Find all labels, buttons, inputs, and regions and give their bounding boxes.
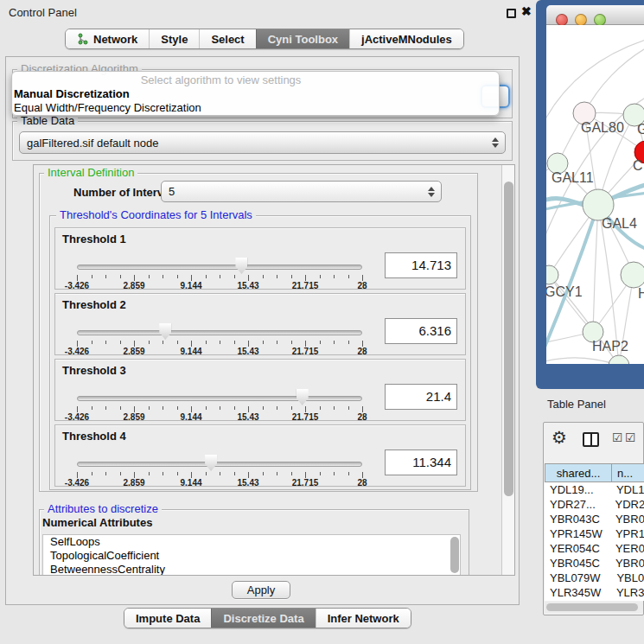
slider-thumb[interactable] — [205, 455, 217, 471]
cell-shared-name: YDR27... — [545, 498, 613, 511]
scrollbar-thumb[interactable] — [504, 182, 513, 496]
mac-close-button[interactable] — [556, 14, 568, 26]
apply-button[interactable]: Apply — [232, 581, 290, 599]
slider-tick — [263, 406, 264, 410]
slider-tick — [77, 472, 78, 478]
column-layout-icon[interactable] — [583, 432, 599, 447]
tab-network[interactable]: Network — [66, 29, 149, 48]
tab-infer-network[interactable]: Infer Network — [316, 609, 411, 628]
table-row[interactable]: YBR045CYBR0 — [545, 556, 644, 571]
slider-tick-label: 28 — [357, 478, 367, 488]
settings-scroll-pane: Interval Definition Number of Intervals … — [33, 164, 515, 576]
slider-tick — [149, 341, 150, 344]
threshold-value-field[interactable]: 14.713 — [385, 252, 457, 278]
slider-tick — [134, 406, 135, 412]
top-tab-bar: NetworkStyleSelectCyni ToolboxjActiveMNo… — [65, 29, 464, 49]
checkbox-icon[interactable]: ☑ — [625, 431, 636, 443]
slider-tick — [220, 406, 220, 410]
slider-tick — [234, 406, 235, 410]
algorithm-popup-item[interactable]: Equal Width/Frequency Discretization — [12, 101, 499, 115]
numerical-attributes-list[interactable]: SelfLoopsTopologicalCoefficientBetweenne… — [42, 534, 461, 576]
gear-icon[interactable]: ⚙ — [552, 429, 567, 446]
threshold-label: Threshold 3 — [62, 364, 126, 377]
float-window-icon[interactable] — [507, 9, 516, 18]
slider-tick-label: 21.715 — [292, 478, 319, 488]
slider-tick — [191, 341, 192, 347]
network-edge[interactable] — [546, 358, 619, 364]
threshold-value-field[interactable]: 21.4 — [385, 384, 457, 410]
slider-tick — [134, 472, 135, 478]
network-node[interactable] — [609, 355, 629, 364]
cell-shared-name: YPR145W — [545, 527, 614, 540]
network-node-h[interactable] — [621, 262, 644, 288]
settings-vertical-scrollbar[interactable] — [501, 165, 515, 575]
table-row[interactable]: YBL079WYBL0 — [545, 571, 644, 585]
table-row[interactable]: YDL19...YDL1 — [545, 482, 644, 497]
slider-tick — [277, 472, 277, 475]
tab-impute-data[interactable]: Impute Data — [124, 609, 211, 628]
network-edge[interactable] — [593, 205, 598, 332]
threshold-value-field[interactable]: 6.316 — [385, 318, 457, 344]
slider-track[interactable] — [77, 330, 362, 335]
slider-track[interactable] — [77, 265, 362, 270]
slider-tick — [263, 275, 264, 278]
num-intervals-combobox[interactable]: 5 — [161, 181, 442, 202]
table-row[interactable]: YBR043CYBR0 — [545, 512, 644, 526]
slider-tick-label: 9.144 — [180, 347, 201, 356]
table-horizontal-scrollbar[interactable] — [545, 602, 643, 613]
table-data-combobox[interactable]: galFiltered.sif default node — [19, 131, 506, 154]
slider-tick — [120, 341, 121, 344]
slider-thumb[interactable] — [159, 323, 171, 340]
slider-tick — [291, 341, 292, 344]
slider-tick-label: -3.426 — [65, 347, 89, 356]
mac-minimize-button[interactable] — [575, 14, 587, 26]
slider-tick — [248, 406, 249, 412]
table-row[interactable]: YDR27...YDR2 — [545, 497, 644, 512]
threshold-panel-2: Threshold 2-3.4262.8599.14415.4321.71528… — [54, 293, 466, 355]
slider-tick-label: 21.715 — [292, 412, 319, 422]
attribute-list-item[interactable]: BetweennessCentrality — [43, 563, 460, 576]
slider-track[interactable] — [77, 396, 362, 401]
window-title: Control Panel — [9, 6, 77, 19]
scrollbar-thumb[interactable] — [546, 603, 638, 611]
slider-thumb[interactable] — [296, 389, 309, 405]
tab-select[interactable]: Select — [199, 29, 255, 48]
checkbox-icon[interactable]: ☑ — [612, 431, 623, 443]
tab-style[interactable]: Style — [149, 29, 199, 48]
tab-cyni-toolbox[interactable]: Cyni Toolbox — [256, 29, 349, 48]
slider-tick — [220, 275, 220, 278]
mac-zoom-button[interactable] — [594, 14, 606, 26]
threshold-value-field[interactable]: 11.344 — [385, 450, 457, 475]
column-header-name[interactable]: n... — [612, 463, 644, 482]
attribute-list-item[interactable]: SelfLoops — [43, 535, 460, 549]
attribute-list-item[interactable]: TopologicalCoefficient — [43, 549, 460, 563]
slider-thumb[interactable] — [235, 258, 247, 274]
table-row[interactable]: YER054CYER0 — [545, 541, 644, 556]
tab-discretize-data[interactable]: Discretize Data — [211, 609, 315, 628]
table-row[interactable]: YIL052CYIL0 — [545, 600, 644, 601]
slider-tick — [362, 341, 363, 347]
tab-jactivemnodules[interactable]: jActiveMNodules — [349, 29, 463, 48]
slider-tick — [134, 341, 135, 347]
column-header-shared-name[interactable]: shared... — [545, 463, 612, 482]
table-row[interactable]: YLR345WYLR3 — [545, 585, 644, 600]
network-window-titlebar[interactable] — [546, 5, 644, 25]
combo-arrows-icon — [428, 182, 435, 201]
threshold-panel-1: Threshold 1-3.4262.8599.14415.4321.71528… — [54, 227, 466, 290]
tab-label: Network — [93, 33, 137, 46]
algorithm-popup-item[interactable]: Manual Discretization — [12, 87, 499, 101]
slider-tick — [120, 275, 121, 278]
slider-tick — [362, 472, 363, 478]
table-row[interactable]: YPR145WYPR1 — [545, 526, 644, 541]
slider-tick — [149, 406, 150, 410]
network-canvas[interactable]: GAL80GCGAL11GAL4GCY1HHAP2 — [546, 25, 644, 364]
network-edge[interactable] — [584, 47, 644, 113]
network-node-gcy1[interactable] — [546, 265, 558, 284]
slider-track[interactable] — [77, 462, 362, 467]
slider-tick-label: 15.43 — [237, 412, 258, 422]
slider-tick-label: -3.426 — [65, 281, 89, 290]
slider-tick — [263, 341, 264, 344]
close-icon[interactable]: ✖ — [521, 4, 532, 18]
attributes-list-scrollbar[interactable] — [450, 537, 459, 573]
slider-tick — [305, 341, 306, 347]
